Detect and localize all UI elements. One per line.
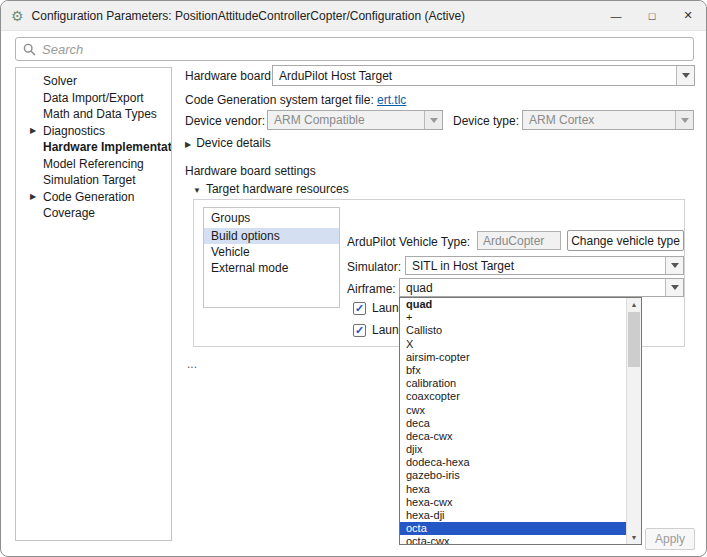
minimize-button[interactable]: — <box>598 1 634 30</box>
airframe-option-cwx[interactable]: cwx <box>400 404 626 417</box>
airframe-option-octa[interactable]: octa <box>400 522 626 535</box>
sidebar-item-hardware-implementation[interactable]: Hardware Implementation <box>16 139 171 156</box>
search-bar <box>15 37 694 61</box>
sidebar-item-label: Coverage <box>43 206 95 220</box>
simulator-value: SITL in Host Target <box>406 259 665 273</box>
device-vendor-value: ARM Compatible <box>268 113 424 127</box>
device-type-value: ARM Cortex <box>523 113 675 127</box>
airframe-option-dodeca-hexa[interactable]: dodeca-hexa <box>400 456 626 469</box>
airframe-option-hexa[interactable]: hexa <box>400 483 626 496</box>
maximize-button[interactable]: □ <box>634 1 670 30</box>
airframe-option-djix[interactable]: djix <box>400 443 626 456</box>
hardware-board-value: ArduPilot Host Target <box>273 69 676 83</box>
vehicle-type-field[interactable]: ArduCopter <box>477 231 561 250</box>
device-vendor-label: Device vendor: <box>185 114 265 128</box>
search-input[interactable] <box>42 42 686 57</box>
configuration-parameters-dialog: ⚙ Configuration Parameters: PositionAtti… <box>0 0 707 557</box>
sidebar-item-label: Data Import/Export <box>43 91 144 105</box>
airframe-dropdown-list: quad+CallistoXairsim-copterbfxcalibratio… <box>400 298 626 544</box>
sidebar-item-solver[interactable]: Solver <box>16 73 171 90</box>
vehicle-type-label: ArduPilot Vehicle Type: <box>347 235 470 249</box>
groups-label: Groups <box>204 208 339 228</box>
search-icon <box>23 43 36 56</box>
expand-arrow-icon: ▶ <box>185 140 191 149</box>
airframe-option-calibration[interactable]: calibration <box>400 377 626 390</box>
sidebar-item-code-generation[interactable]: ▶Code Generation <box>16 189 171 206</box>
hardware-board-combo[interactable]: ArduPilot Host Target <box>272 65 695 86</box>
sidebar-item-label: Solver <box>43 74 77 88</box>
apply-button[interactable]: Apply <box>645 528 695 550</box>
groups-box: Groups Build optionsVehicleExternal mode <box>203 207 340 308</box>
sidebar-item-simulation-target[interactable]: Simulation Target <box>16 172 171 189</box>
airframe-option-deca-cwx[interactable]: deca-cwx <box>400 430 626 443</box>
airframe-option-item[interactable]: + <box>400 311 626 324</box>
change-vehicle-type-button[interactable]: Change vehicle type <box>567 230 684 251</box>
close-button[interactable]: ✕ <box>670 1 706 30</box>
sidebar-nav: SolverData Import/ExportMath and Data Ty… <box>15 67 172 541</box>
simulator-label: Simulator: <box>347 260 401 274</box>
sidebar-item-label: Math and Data Types <box>43 107 157 121</box>
sidebar-item-math-and-data-types[interactable]: Math and Data Types <box>16 106 171 123</box>
target-resources-label: Target hardware resources <box>206 182 349 196</box>
airframe-value: quad <box>400 281 665 295</box>
airframe-dropdown-popup: quad+CallistoXairsim-copterbfxcalibratio… <box>399 297 642 545</box>
airframe-option-gazebo-iris[interactable]: gazebo-iris <box>400 469 626 482</box>
window-controls: — □ ✕ <box>598 1 706 30</box>
group-item-external-mode[interactable]: External mode <box>204 260 339 276</box>
target-file-link[interactable]: ert.tlc <box>377 93 406 107</box>
sidebar-item-label: Hardware Implementation <box>43 140 172 154</box>
airframe-option-airsim-copter[interactable]: airsim-copter <box>400 351 626 364</box>
hardware-settings-title: Hardware board settings <box>185 164 316 178</box>
expand-arrow-icon[interactable]: ▶ <box>30 123 36 140</box>
airframe-option-x[interactable]: X <box>400 338 626 351</box>
device-vendor-dropdown-arrow-icon[interactable] <box>424 111 442 129</box>
device-type-label: Device type: <box>453 114 519 128</box>
scroll-up-icon[interactable]: ▲ <box>627 298 641 311</box>
checkbox-checked-icon[interactable]: ✓ <box>353 302 366 315</box>
sidebar-item-label: Diagnostics <box>43 124 105 138</box>
airframe-label: Airframe: <box>347 282 396 296</box>
scroll-down-icon[interactable]: ▼ <box>627 531 641 544</box>
scrollbar-thumb[interactable] <box>628 312 640 367</box>
launch-checkbox-row-2: ✓ Launc <box>353 323 405 337</box>
airframe-combo[interactable]: quad <box>399 278 684 297</box>
device-type-dropdown-arrow-icon[interactable] <box>675 111 693 129</box>
app-icon: ⚙ <box>11 9 24 23</box>
group-item-build-options[interactable]: Build options <box>204 228 339 244</box>
dropdown-scrollbar[interactable]: ▲ ▼ <box>626 298 641 544</box>
airframe-option-quad[interactable]: quad <box>400 298 626 311</box>
vehicle-type-value: ArduCopter <box>483 234 544 248</box>
simulator-combo[interactable]: SITL in Host Target <box>405 256 684 275</box>
sidebar-item-diagnostics[interactable]: ▶Diagnostics <box>16 123 171 140</box>
airframe-option-coaxcopter[interactable]: coaxcopter <box>400 390 626 403</box>
window-title: Configuration Parameters: PositionAttitu… <box>32 9 466 23</box>
sidebar-item-data-import-export[interactable]: Data Import/Export <box>16 90 171 107</box>
launch-checkbox-row-1: ✓ Launc <box>353 301 405 315</box>
device-details-label: Device details <box>196 136 271 150</box>
airframe-dropdown-arrow-icon[interactable] <box>665 279 683 296</box>
target-file-label: Code Generation system target file: <box>185 93 374 107</box>
device-vendor-combo[interactable]: ARM Compatible <box>267 110 443 130</box>
checkbox-checked-icon[interactable]: ✓ <box>353 324 366 337</box>
overflow-ellipsis: ... <box>187 357 197 371</box>
hardware-board-label: Hardware board: <box>185 69 274 83</box>
collapse-arrow-icon: ▼ <box>193 186 201 195</box>
airframe-option-hexa-dji[interactable]: hexa-dji <box>400 509 626 522</box>
sidebar-item-label: Simulation Target <box>43 173 136 187</box>
device-details-toggle[interactable]: ▶Device details <box>185 136 271 150</box>
hardware-board-dropdown-arrow-icon[interactable] <box>676 66 694 85</box>
groups-list: Build optionsVehicleExternal mode <box>204 228 339 276</box>
sidebar-item-coverage[interactable]: Coverage <box>16 205 171 222</box>
device-type-combo[interactable]: ARM Cortex <box>522 110 694 130</box>
airframe-option-hexa-cwx[interactable]: hexa-cwx <box>400 496 626 509</box>
airframe-option-callisto[interactable]: Callisto <box>400 324 626 337</box>
target-resources-toggle[interactable]: ▼Target hardware resources <box>193 182 349 196</box>
airframe-option-bfx[interactable]: bfx <box>400 364 626 377</box>
simulator-dropdown-arrow-icon[interactable] <box>665 257 683 274</box>
sidebar-item-model-referencing[interactable]: Model Referencing <box>16 156 171 173</box>
airframe-option-deca[interactable]: deca <box>400 417 626 430</box>
group-item-vehicle[interactable]: Vehicle <box>204 244 339 260</box>
sidebar-item-label: Model Referencing <box>43 157 144 171</box>
airframe-option-octa-cwx[interactable]: octa-cwx <box>400 535 626 544</box>
expand-arrow-icon[interactable]: ▶ <box>30 189 36 206</box>
